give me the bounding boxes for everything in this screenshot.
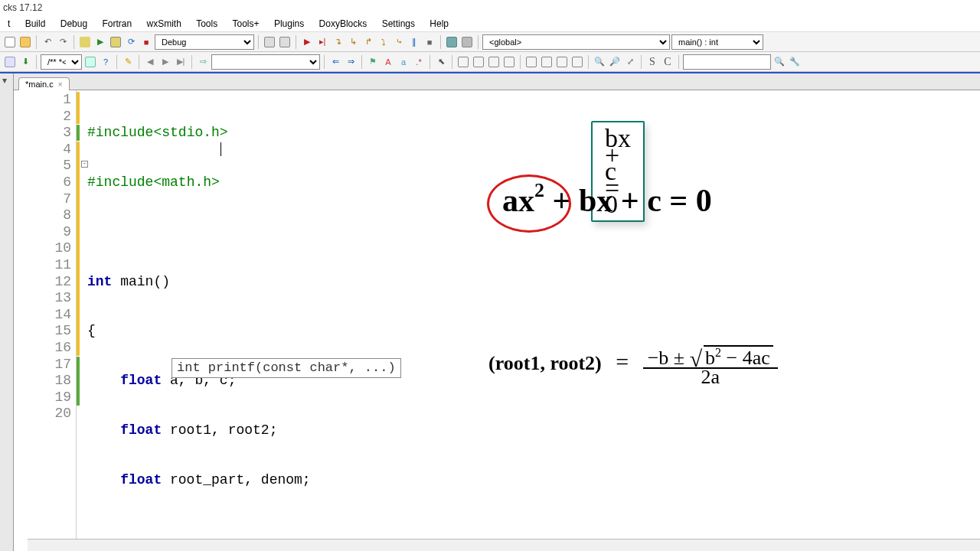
search-input[interactable] [683,54,771,70]
layout-icon[interactable] [540,55,554,69]
run-to-cursor-icon[interactable]: ▸| [315,35,329,49]
toolbar-icon[interactable] [3,55,17,69]
text-icon[interactable]: A [381,55,395,69]
options-icon[interactable]: 🔧 [788,55,802,69]
doxygen-icon[interactable] [83,55,97,69]
menu-item[interactable]: Tools [190,15,224,32]
nav-back-icon[interactable]: ◀ [143,55,157,69]
marker-icon[interactable]: ⚑ [366,55,380,69]
toolbar-icon[interactable] [263,35,276,49]
menu-item[interactable]: DoxyBlocks [313,15,374,32]
nav-last-icon[interactable]: ▶| [174,55,188,69]
menu-item[interactable]: Tools+ [227,15,266,32]
rebuild-icon[interactable]: ⟳ [124,35,138,49]
zoom-reset-icon[interactable]: ⤢ [623,55,637,69]
run-icon[interactable]: ▶ [93,35,107,49]
menu-item[interactable]: Plugins [268,15,310,32]
function-select[interactable]: main() : int [671,34,763,50]
menu-item[interactable]: Settings [376,15,421,32]
new-file-icon[interactable] [3,35,17,49]
menu-item[interactable]: Help [423,15,455,32]
step-out-icon[interactable]: ↱ [361,35,375,49]
build-target-select[interactable]: Debug [155,34,254,50]
toolbar-main: ↶ ↷ ▶ ⟳ ■ Debug ▶ ▸| ↴ ↳ ↱ ⤵ ⤷ ‖ ■ <glob… [0,32,980,52]
layout-icon[interactable] [487,55,501,69]
tab-strip: *main.c × [0,73,980,90]
select-icon[interactable]: ⬉ [434,55,448,69]
menu-item[interactable]: wxSmith [140,15,187,32]
stop-debug-icon[interactable]: ■ [423,35,436,49]
step-into-icon[interactable]: ↳ [346,35,360,49]
comment-style-select[interactable]: /** *< [41,54,82,70]
jump-icon[interactable]: ⇨ [196,55,210,69]
search-icon[interactable]: 🔍 [773,55,786,69]
c-button[interactable]: C [661,55,675,69]
menu-item[interactable]: Fortran [96,15,138,32]
menu-bar: t Build Debug Fortran wxSmith Tools Tool… [0,15,980,32]
layout-icon[interactable] [472,55,485,69]
separator [478,35,479,49]
change-markers [77,90,81,551]
red-circle-highlight [487,174,571,233]
debug-windows-icon[interactable] [445,35,459,49]
layout-icon[interactable] [524,55,538,69]
help-icon[interactable]: ? [99,55,113,69]
debug-run-icon[interactable]: ▶ [300,35,314,49]
separator [116,55,117,69]
jump-select[interactable] [211,54,320,70]
toolbar-secondary: ⬇ /** *< ? ✎ ◀ ▶ ▶| ⇨ ⇐ ⇒ ⚑ A a .* ⬉ 🔍 🔎… [0,52,980,72]
app-title: cks 17.12 [3,2,42,13]
step-next-icon[interactable]: ↴ [331,35,345,49]
roots-formula: (root1, root2) = −b ± √b2 − 4ac 2a [488,344,778,386]
open-folder-icon[interactable] [18,35,32,49]
clear-icon[interactable]: a [397,55,410,69]
zoom-in-icon[interactable]: 🔍 [593,55,606,69]
file-tab[interactable]: *main.c × [18,77,70,90]
separator [641,55,642,69]
layout-icon[interactable] [456,55,470,69]
separator [324,55,325,69]
s-button[interactable]: S [645,55,659,69]
menu-item[interactable]: Debug [54,15,93,32]
separator [361,55,362,69]
back-icon[interactable]: ⇐ [328,55,342,69]
stop-icon[interactable]: ■ [139,35,153,49]
forward-icon[interactable]: ⇒ [344,55,358,69]
separator [296,35,296,49]
build-icon[interactable] [78,35,92,49]
toolbar-icon[interactable]: ⬇ [18,55,32,69]
close-icon[interactable]: × [58,80,63,89]
code-area[interactable]: #include<stdio.h> #include<math.h> int m… [87,92,980,551]
layout-icon[interactable] [570,55,584,69]
zoom-out-icon[interactable]: 🔎 [608,55,622,69]
separator [678,55,679,69]
text-cursor [220,142,221,156]
scope-select[interactable]: <global> [482,34,670,50]
separator [191,55,192,69]
separator [588,55,589,69]
line-gutter: 12 34 56 78 910 1112 1314 1516 1718 1920 [14,90,77,551]
highlight-icon[interactable]: ✎ [121,55,135,69]
menu-item[interactable]: t [2,15,16,32]
regex-icon[interactable]: .* [412,55,426,69]
separator [430,55,430,69]
workspace: ▾ *main.c × 12 34 56 78 910 1112 1314 15… [0,72,980,551]
build-run-icon[interactable] [109,35,122,49]
horizontal-scrollbar[interactable] [28,539,980,551]
step-instr-icon[interactable]: ⤵ [377,35,390,49]
title-bar: cks 17.12 [0,0,980,15]
info-icon[interactable] [460,35,474,49]
step-into-instr-icon[interactable]: ⤷ [392,35,406,49]
chevron-down-icon[interactable]: ▾ [2,75,7,86]
tab-label: *main.c [25,80,54,89]
nav-fwd-icon[interactable]: ▶ [158,55,172,69]
break-icon[interactable]: ‖ [407,35,421,49]
toolbar-icon[interactable] [278,35,292,49]
separator [452,55,452,69]
undo-icon[interactable]: ↶ [41,35,54,49]
redo-icon[interactable]: ↷ [56,35,70,49]
menu-item[interactable]: Build [19,15,52,32]
layout-icon[interactable] [502,55,516,69]
code-editor[interactable]: 12 34 56 78 910 1112 1314 1516 1718 1920… [14,90,980,551]
layout-icon[interactable] [555,55,569,69]
